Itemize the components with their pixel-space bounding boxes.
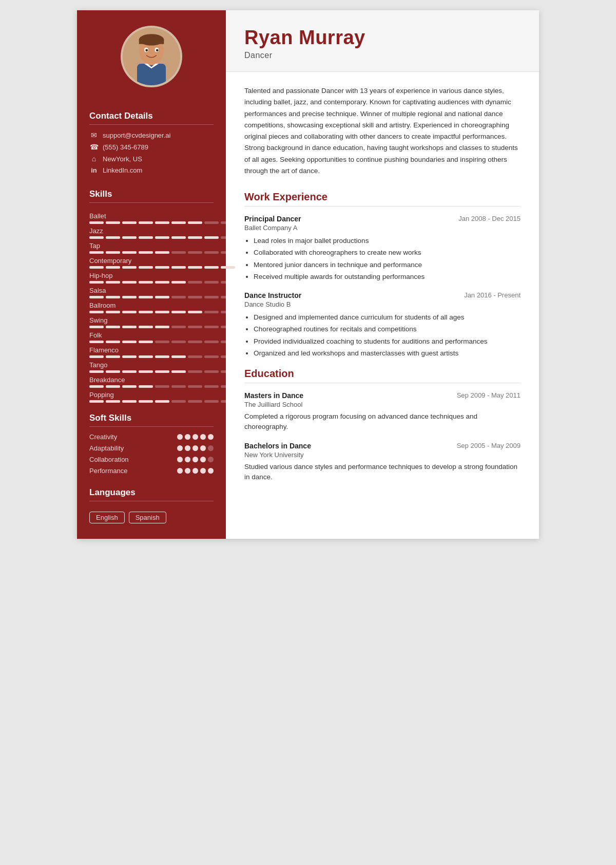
skill-segment	[155, 251, 169, 254]
soft-skill-dots	[177, 434, 214, 440]
skill-segment	[204, 281, 219, 284]
job-company: Ballet Company A	[244, 224, 521, 232]
skill-segment	[171, 311, 186, 313]
main-content: Ryan Murray Dancer Talented and passiona…	[226, 10, 539, 539]
skill-label: Tap	[89, 242, 235, 250]
skill-bar	[89, 221, 235, 224]
skill-segment	[188, 251, 202, 254]
soft-skill-row: Adaptability	[89, 444, 214, 452]
work-experience-title: Work Experience	[244, 191, 521, 203]
skill-segment	[139, 311, 153, 313]
skill-bar	[89, 355, 235, 358]
svg-rect-5	[139, 39, 164, 44]
location-icon: ⌂	[89, 155, 99, 163]
skill-label: Hip-hop	[89, 272, 235, 279]
skill-segment	[188, 341, 202, 343]
skill-segment	[122, 355, 137, 358]
edu-desc: Completed a rigorous program focusing on…	[244, 411, 521, 432]
edu-date: Sep 2009 - May 2011	[457, 391, 521, 399]
skill-segment	[171, 221, 186, 224]
education-entry: Bachelors in DanceSep 2005 - May 2009New…	[244, 442, 521, 483]
skill-segment	[188, 311, 202, 313]
skill-segment	[204, 370, 219, 373]
soft-skill-dot	[177, 457, 183, 462]
skill-segment	[89, 251, 104, 254]
skill-segment	[89, 311, 104, 313]
soft-skill-dot	[185, 468, 190, 474]
skill-bar	[89, 341, 235, 343]
skill-segment	[204, 221, 219, 224]
soft-skill-row: Collaboration	[89, 456, 214, 463]
skill-segment	[204, 311, 219, 313]
skill-segment	[155, 355, 169, 358]
skill-segment	[188, 296, 202, 298]
job-bullet: Mentored junior dancers in technique and…	[254, 260, 521, 270]
skill-label: Popping	[89, 391, 235, 399]
skill-segment	[155, 385, 169, 388]
skill-segment	[155, 341, 169, 343]
skill-segment	[122, 385, 137, 388]
soft-skill-dot	[177, 468, 183, 474]
skill-segment	[171, 296, 186, 298]
skill-segment	[171, 400, 186, 403]
job-bullets: Lead roles in major ballet productionsCo…	[254, 236, 521, 282]
skill-segment	[122, 326, 137, 328]
skill-segment	[139, 326, 153, 328]
skill-segment	[89, 355, 104, 358]
edu-degree: Masters in Dance	[244, 391, 303, 400]
skill-label: Folk	[89, 331, 235, 339]
skill-segment	[106, 385, 120, 388]
skill-segment	[171, 385, 186, 388]
soft-skill-dot	[177, 434, 183, 440]
resume-container: Contact Details ✉ support@cvdesigner.ai …	[77, 10, 539, 539]
job-header: Principal DancerJan 2008 - Dec 2015	[244, 215, 521, 223]
skill-segment	[204, 326, 219, 328]
soft-skill-dot	[200, 457, 206, 462]
summary-text: Talented and passionate Dancer with 13 y…	[244, 85, 521, 177]
phone-icon: ☎	[89, 143, 99, 151]
skill-segment	[188, 221, 202, 224]
job-title: Principal Dancer	[244, 215, 301, 223]
skill-label: Salsa	[89, 287, 235, 294]
skill-segment	[171, 281, 186, 284]
skill-label: Ballet	[89, 212, 235, 220]
soft-skills-divider	[89, 426, 214, 427]
soft-skill-dot	[185, 457, 190, 462]
skills-title: Skills	[89, 189, 112, 199]
skill-label: Jazz	[89, 227, 235, 235]
job-bullet: Lead roles in major ballet productions	[254, 236, 521, 246]
skill-bar	[89, 400, 235, 403]
skill-segment	[171, 251, 186, 254]
main-header: Ryan Murray Dancer	[226, 10, 539, 72]
jobs-list: Principal DancerJan 2008 - Dec 2015Balle…	[244, 215, 521, 359]
skill-segment	[106, 326, 120, 328]
skill-label: Flamenco	[89, 346, 235, 354]
skill-bar	[89, 326, 235, 328]
skill-segment	[171, 326, 186, 328]
skill-segment	[204, 400, 219, 403]
skill-bar	[89, 370, 235, 373]
skill-segment	[204, 385, 219, 388]
education-divider	[244, 383, 521, 383]
skill-segment	[204, 355, 219, 358]
skill-segment	[188, 281, 202, 284]
skill-segment	[155, 370, 169, 373]
skill-segment	[89, 385, 104, 388]
skill-segment	[122, 266, 137, 269]
education-title: Education	[244, 368, 521, 380]
languages-title: Languages	[89, 487, 136, 498]
soft-skills-title: Soft Skills	[89, 413, 131, 423]
skill-segment	[139, 341, 153, 343]
soft-skill-dots	[177, 457, 214, 462]
soft-skill-dots	[177, 445, 214, 451]
skill-segment	[171, 266, 186, 269]
edu-school: New York University	[244, 451, 521, 459]
soft-skill-dots	[177, 468, 214, 474]
skill-segment	[155, 296, 169, 298]
soft-skill-row: Creativity	[89, 433, 214, 441]
skill-segment	[139, 221, 153, 224]
education-entry: Masters in DanceSep 2009 - May 2011The J…	[244, 391, 521, 432]
skill-segment	[204, 251, 219, 254]
skill-bar	[89, 236, 235, 239]
skills-divider	[89, 202, 214, 203]
